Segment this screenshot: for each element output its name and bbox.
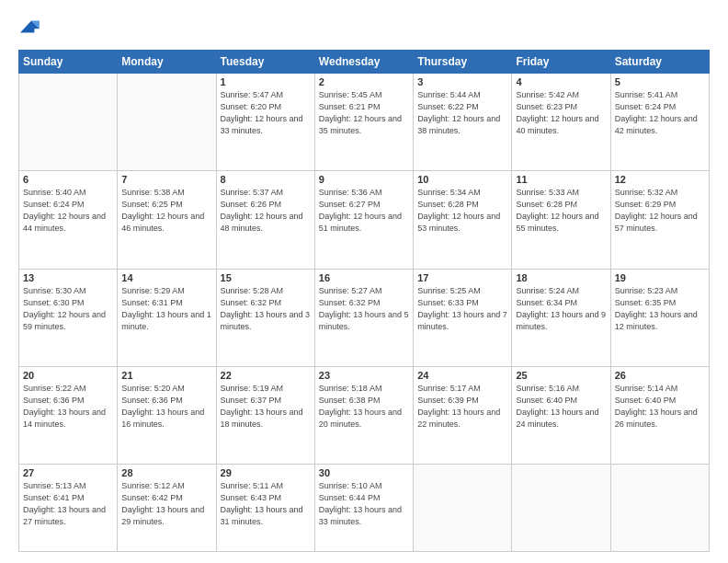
day-info: Sunrise: 5:36 AMSunset: 6:27 PMDaylight:… [319,187,409,235]
day-info: Sunrise: 5:33 AMSunset: 6:28 PMDaylight:… [516,187,606,235]
day-info: Sunrise: 5:44 AMSunset: 6:22 PMDaylight:… [417,89,507,137]
day-info: Sunrise: 5:23 AMSunset: 6:35 PMDaylight:… [615,285,705,333]
calendar-cell: 21Sunrise: 5:20 AMSunset: 6:36 PMDayligh… [118,366,216,464]
weekday-header-row: SundayMondayTuesdayWednesdayThursdayFrid… [19,51,710,74]
calendar-cell: 22Sunrise: 5:19 AMSunset: 6:37 PMDayligh… [216,366,314,464]
day-info: Sunrise: 5:37 AMSunset: 6:26 PMDaylight:… [221,187,311,235]
calendar-cell: 23Sunrise: 5:18 AMSunset: 6:38 PMDayligh… [314,366,413,464]
day-number: 25 [516,370,606,381]
day-info: Sunrise: 5:22 AMSunset: 6:36 PMDaylight:… [23,383,113,431]
calendar-cell: 19Sunrise: 5:23 AMSunset: 6:35 PMDayligh… [610,269,709,366]
weekday-header-saturday: Saturday [610,51,709,74]
calendar-cell: 27Sunrise: 5:13 AMSunset: 6:41 PMDayligh… [19,465,118,552]
day-number: 13 [23,272,113,283]
day-number: 8 [221,174,311,185]
weekday-header-friday: Friday [512,51,610,74]
day-number: 7 [121,174,211,185]
calendar-cell: 15Sunrise: 5:28 AMSunset: 6:32 PMDayligh… [216,269,314,366]
weekday-header-monday: Monday [118,51,216,74]
calendar-cell: 20Sunrise: 5:22 AMSunset: 6:36 PMDayligh… [19,366,118,464]
day-info: Sunrise: 5:16 AMSunset: 6:40 PMDaylight:… [516,383,606,431]
day-info: Sunrise: 5:27 AMSunset: 6:32 PMDaylight:… [319,285,409,333]
day-number: 1 [221,76,311,87]
day-info: Sunrise: 5:38 AMSunset: 6:25 PMDaylight:… [121,187,211,235]
calendar-cell: 11Sunrise: 5:33 AMSunset: 6:28 PMDayligh… [512,171,610,269]
day-number: 5 [615,76,705,87]
day-number: 22 [221,370,311,381]
calendar-table: SundayMondayTuesdayWednesdayThursdayFrid… [18,50,710,552]
day-number: 27 [23,467,113,478]
calendar-cell: 14Sunrise: 5:29 AMSunset: 6:31 PMDayligh… [118,269,216,366]
calendar-cell: 10Sunrise: 5:34 AMSunset: 6:28 PMDayligh… [414,171,512,269]
calendar-cell: 26Sunrise: 5:14 AMSunset: 6:40 PMDayligh… [610,366,709,464]
day-number: 15 [221,272,311,283]
day-info: Sunrise: 5:42 AMSunset: 6:23 PMDaylight:… [516,89,606,137]
day-info: Sunrise: 5:14 AMSunset: 6:40 PMDaylight:… [615,383,705,431]
calendar-row-3: 20Sunrise: 5:22 AMSunset: 6:36 PMDayligh… [19,366,710,464]
weekday-header-tuesday: Tuesday [216,51,314,74]
day-info: Sunrise: 5:11 AMSunset: 6:43 PMDaylight:… [221,480,311,528]
calendar-cell: 18Sunrise: 5:24 AMSunset: 6:34 PMDayligh… [512,269,610,366]
calendar-row-1: 6Sunrise: 5:40 AMSunset: 6:24 PMDaylight… [19,171,710,269]
calendar-cell: 8Sunrise: 5:37 AMSunset: 6:26 PMDaylight… [216,171,314,269]
weekday-header-sunday: Sunday [19,51,118,74]
calendar-cell [610,465,709,552]
calendar-cell [118,74,216,171]
calendar-cell: 25Sunrise: 5:16 AMSunset: 6:40 PMDayligh… [512,366,610,464]
day-number: 12 [615,174,705,185]
day-info: Sunrise: 5:41 AMSunset: 6:24 PMDaylight:… [615,89,705,137]
day-number: 29 [221,467,311,478]
day-info: Sunrise: 5:19 AMSunset: 6:37 PMDaylight:… [221,383,311,431]
logo [18,17,40,40]
calendar-cell: 9Sunrise: 5:36 AMSunset: 6:27 PMDaylight… [314,171,413,269]
day-info: Sunrise: 5:25 AMSunset: 6:33 PMDaylight:… [417,285,507,333]
calendar-cell: 3Sunrise: 5:44 AMSunset: 6:22 PMDaylight… [414,74,512,171]
day-info: Sunrise: 5:34 AMSunset: 6:28 PMDaylight:… [417,187,507,235]
calendar-cell: 7Sunrise: 5:38 AMSunset: 6:25 PMDaylight… [118,171,216,269]
day-info: Sunrise: 5:45 AMSunset: 6:21 PMDaylight:… [319,89,409,137]
calendar-cell [19,74,118,171]
calendar-row-4: 27Sunrise: 5:13 AMSunset: 6:41 PMDayligh… [19,465,710,552]
calendar-row-2: 13Sunrise: 5:30 AMSunset: 6:30 PMDayligh… [19,269,710,366]
day-number: 26 [615,370,705,381]
calendar-cell: 24Sunrise: 5:17 AMSunset: 6:39 PMDayligh… [414,366,512,464]
day-number: 4 [516,76,606,87]
day-number: 2 [319,76,409,87]
day-info: Sunrise: 5:18 AMSunset: 6:38 PMDaylight:… [319,383,409,431]
day-number: 18 [516,272,606,283]
day-number: 23 [319,370,409,381]
day-number: 28 [121,467,211,478]
header [18,17,710,40]
calendar-cell: 17Sunrise: 5:25 AMSunset: 6:33 PMDayligh… [414,269,512,366]
day-number: 20 [23,370,113,381]
day-info: Sunrise: 5:28 AMSunset: 6:32 PMDaylight:… [221,285,311,333]
page: SundayMondayTuesdayWednesdayThursdayFrid… [0,0,728,563]
day-number: 9 [319,174,409,185]
day-number: 3 [417,76,507,87]
day-number: 10 [417,174,507,185]
day-info: Sunrise: 5:30 AMSunset: 6:30 PMDaylight:… [23,285,113,333]
day-number: 11 [516,174,606,185]
calendar-cell: 30Sunrise: 5:10 AMSunset: 6:44 PMDayligh… [314,465,413,552]
weekday-header-thursday: Thursday [414,51,512,74]
day-info: Sunrise: 5:20 AMSunset: 6:36 PMDaylight:… [121,383,211,431]
calendar-cell: 4Sunrise: 5:42 AMSunset: 6:23 PMDaylight… [512,74,610,171]
calendar-cell: 29Sunrise: 5:11 AMSunset: 6:43 PMDayligh… [216,465,314,552]
day-number: 24 [417,370,507,381]
day-info: Sunrise: 5:40 AMSunset: 6:24 PMDaylight:… [23,187,113,235]
calendar-row-0: 1Sunrise: 5:47 AMSunset: 6:20 PMDaylight… [19,74,710,171]
day-info: Sunrise: 5:32 AMSunset: 6:29 PMDaylight:… [615,187,705,235]
day-info: Sunrise: 5:24 AMSunset: 6:34 PMDaylight:… [516,285,606,333]
calendar-cell: 2Sunrise: 5:45 AMSunset: 6:21 PMDaylight… [314,74,413,171]
day-info: Sunrise: 5:47 AMSunset: 6:20 PMDaylight:… [221,89,311,137]
day-number: 30 [319,467,409,478]
calendar-cell: 28Sunrise: 5:12 AMSunset: 6:42 PMDayligh… [118,465,216,552]
weekday-header-wednesday: Wednesday [314,51,413,74]
calendar-cell [414,465,512,552]
day-info: Sunrise: 5:12 AMSunset: 6:42 PMDaylight:… [121,480,211,528]
calendar-cell: 16Sunrise: 5:27 AMSunset: 6:32 PMDayligh… [314,269,413,366]
logo-icon [20,17,40,37]
day-number: 6 [23,174,113,185]
calendar-cell: 1Sunrise: 5:47 AMSunset: 6:20 PMDaylight… [216,74,314,171]
day-info: Sunrise: 5:13 AMSunset: 6:41 PMDaylight:… [23,480,113,528]
